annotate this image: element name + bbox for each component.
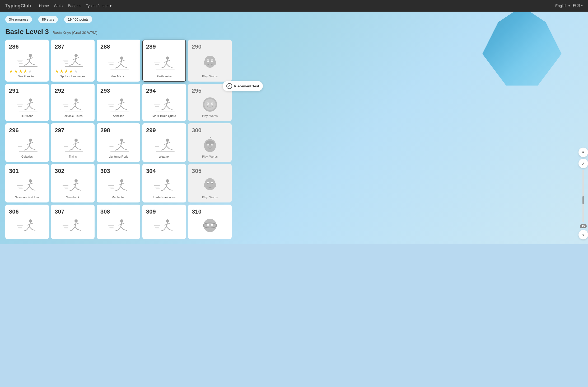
scroll-down-button[interactable]: ∨ bbox=[578, 230, 588, 239]
lesson-number: 295 bbox=[192, 87, 228, 94]
lesson-card[interactable]: 310 bbox=[188, 205, 232, 239]
svg-line-93 bbox=[164, 106, 166, 109]
svg-line-83 bbox=[121, 106, 123, 108]
lesson-card[interactable]: 302 Silverback bbox=[51, 164, 95, 202]
lesson-label: Lightning Rods bbox=[100, 155, 137, 158]
lesson-card[interactable]: 292 Tectonic Plates bbox=[51, 84, 95, 121]
svg-line-167 bbox=[29, 187, 32, 189]
lesson-label: New Mexico bbox=[100, 75, 137, 78]
lesson-card[interactable]: 305 Play: Words bbox=[188, 164, 232, 202]
svg-point-216 bbox=[204, 183, 206, 187]
lesson-card[interactable]: 287 ★★★★★ Spoken Languages bbox=[51, 40, 95, 82]
lesson-label: Play: Words bbox=[192, 196, 228, 199]
star-filled: ★ bbox=[59, 69, 64, 74]
svg-line-98 bbox=[167, 102, 170, 103]
lesson-number: 297 bbox=[55, 127, 91, 134]
nav-badges[interactable]: Badges bbox=[68, 4, 80, 8]
lesson-icon bbox=[100, 97, 137, 112]
stars-row: ★★★★★ bbox=[9, 69, 45, 74]
side-controls: ≡ ∧ 15 ∨ bbox=[578, 148, 588, 239]
nav-stats[interactable]: Stats bbox=[54, 4, 63, 8]
lesson-card[interactable]: 301 Newton's First Law bbox=[5, 164, 49, 202]
lesson-card[interactable]: 308 bbox=[97, 205, 140, 239]
svg-line-221 bbox=[24, 230, 27, 231]
lesson-label: Galaxies bbox=[9, 155, 45, 158]
lesson-number: 302 bbox=[55, 168, 91, 174]
svg-line-38 bbox=[164, 64, 166, 67]
svg-line-259 bbox=[169, 229, 172, 230]
lesson-icon bbox=[146, 97, 182, 112]
lesson-card[interactable]: 298 Lightning Rods bbox=[97, 123, 140, 162]
lesson-label: Manhattan bbox=[100, 196, 137, 199]
svg-line-136 bbox=[115, 149, 118, 150]
svg-line-86 bbox=[122, 102, 124, 103]
nav-typing-jungle[interactable]: Typing Jungle ▾ bbox=[86, 4, 111, 8]
placement-test-bubble[interactable]: ✓ Placement Test bbox=[223, 81, 263, 91]
lesson-number: 292 bbox=[55, 87, 91, 94]
svg-line-69 bbox=[72, 106, 75, 109]
svg-point-218 bbox=[29, 219, 32, 223]
lesson-icon bbox=[55, 136, 91, 153]
lesson-label: Weather bbox=[146, 155, 182, 158]
lesson-card[interactable]: 303 Manhattan bbox=[97, 164, 140, 202]
svg-line-82 bbox=[115, 109, 118, 110]
svg-line-223 bbox=[32, 229, 35, 230]
lesson-card[interactable]: 286 ★★★★★ San Francisco bbox=[5, 40, 49, 82]
svg-line-26 bbox=[118, 64, 121, 67]
lesson-card[interactable]: 299 Weather bbox=[142, 123, 186, 162]
svg-point-230 bbox=[74, 219, 78, 223]
lesson-card[interactable]: 290 Play: Words bbox=[188, 40, 232, 82]
lang2-selector[interactable]: 枝囟 bbox=[573, 3, 583, 8]
nav-links: Home Stats Badges Typing Jungle ▾ bbox=[39, 4, 111, 8]
lesson-card[interactable]: ✓ Placement Test 295 Play: Words bbox=[188, 84, 232, 121]
lesson-card[interactable]: 309 bbox=[142, 205, 186, 239]
lesson-icon bbox=[9, 218, 45, 233]
lesson-card[interactable]: 291 Hurricane bbox=[5, 84, 49, 121]
svg-line-116 bbox=[30, 142, 33, 143]
svg-line-201 bbox=[164, 187, 166, 190]
svg-line-235 bbox=[78, 229, 81, 230]
svg-line-191 bbox=[121, 187, 123, 189]
lesson-icon bbox=[100, 218, 137, 233]
lesson-number: 293 bbox=[100, 87, 137, 94]
lesson-card[interactable]: 288 New Mexico bbox=[97, 40, 140, 82]
lesson-card[interactable]: 289 Earthquake bbox=[142, 40, 186, 82]
svg-line-29 bbox=[123, 67, 127, 68]
lesson-card[interactable]: 293 Aphelion bbox=[97, 84, 140, 121]
lesson-card[interactable]: 306 bbox=[5, 205, 49, 239]
svg-line-150 bbox=[169, 149, 172, 150]
svg-point-91 bbox=[166, 98, 169, 102]
svg-point-24 bbox=[120, 56, 123, 60]
lesson-number: 301 bbox=[9, 168, 45, 174]
svg-line-28 bbox=[121, 64, 123, 67]
lesson-card[interactable]: 307 bbox=[51, 205, 95, 239]
svg-line-4 bbox=[29, 61, 32, 64]
lesson-card[interactable]: 296 Galaxies bbox=[5, 123, 49, 162]
svg-point-36 bbox=[166, 56, 169, 60]
lesson-number: 308 bbox=[100, 208, 137, 215]
svg-line-178 bbox=[70, 190, 72, 191]
svg-line-168 bbox=[32, 189, 35, 190]
lesson-card[interactable]: 304 Inside Hurricanes bbox=[142, 164, 186, 202]
svg-line-16 bbox=[75, 61, 78, 64]
lesson-card[interactable]: 297 Trains bbox=[51, 123, 95, 162]
lesson-card[interactable]: 294 Mark Twain Quote bbox=[142, 84, 186, 121]
svg-line-123 bbox=[72, 146, 75, 149]
svg-line-95 bbox=[166, 106, 169, 108]
svg-point-217 bbox=[214, 183, 216, 187]
lesson-icon bbox=[55, 177, 91, 194]
svg-point-133 bbox=[120, 139, 123, 142]
nav-home[interactable]: Home bbox=[39, 4, 49, 8]
scroll-badge: 15 bbox=[580, 224, 587, 228]
scroll-up-button[interactable]: ∧ bbox=[578, 159, 588, 168]
svg-line-124 bbox=[70, 149, 72, 150]
brand-logo[interactable]: TypingClub bbox=[5, 3, 31, 9]
menu-button[interactable]: ≡ bbox=[578, 148, 588, 157]
lesson-number: 307 bbox=[55, 208, 91, 215]
lesson-icon bbox=[100, 136, 137, 153]
svg-line-70 bbox=[70, 109, 72, 110]
svg-line-204 bbox=[169, 189, 172, 190]
lesson-card[interactable]: 300 Play: Words bbox=[188, 123, 232, 162]
svg-point-175 bbox=[74, 179, 78, 182]
lang-selector[interactable]: English bbox=[555, 4, 570, 8]
